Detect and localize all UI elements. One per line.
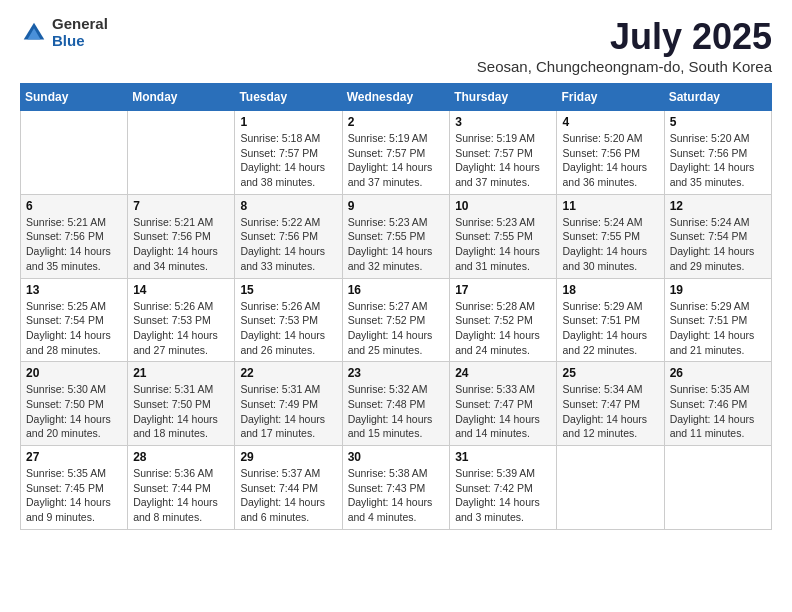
day-number: 3 [455,115,551,129]
day-number: 31 [455,450,551,464]
day-info: Sunrise: 5:21 AMSunset: 7:56 PMDaylight:… [26,215,122,274]
calendar-cell: 20Sunrise: 5:30 AMSunset: 7:50 PMDayligh… [21,362,128,446]
calendar-cell [557,446,664,530]
day-header-sunday: Sunday [21,84,128,111]
day-info: Sunrise: 5:19 AMSunset: 7:57 PMDaylight:… [455,131,551,190]
day-info: Sunrise: 5:38 AMSunset: 7:43 PMDaylight:… [348,466,445,525]
calendar-cell: 4Sunrise: 5:20 AMSunset: 7:56 PMDaylight… [557,111,664,195]
calendar-cell: 7Sunrise: 5:21 AMSunset: 7:56 PMDaylight… [128,194,235,278]
day-number: 22 [240,366,336,380]
day-number: 29 [240,450,336,464]
calendar-header-row: SundayMondayTuesdayWednesdayThursdayFrid… [21,84,772,111]
calendar-week-row: 20Sunrise: 5:30 AMSunset: 7:50 PMDayligh… [21,362,772,446]
day-number: 2 [348,115,445,129]
day-number: 8 [240,199,336,213]
location-subtitle: Seosan, Chungcheongnam-do, South Korea [477,58,772,75]
day-number: 26 [670,366,766,380]
day-info: Sunrise: 5:25 AMSunset: 7:54 PMDaylight:… [26,299,122,358]
day-info: Sunrise: 5:35 AMSunset: 7:45 PMDaylight:… [26,466,122,525]
day-info: Sunrise: 5:34 AMSunset: 7:47 PMDaylight:… [562,382,658,441]
day-info: Sunrise: 5:31 AMSunset: 7:49 PMDaylight:… [240,382,336,441]
calendar-cell: 17Sunrise: 5:28 AMSunset: 7:52 PMDayligh… [450,278,557,362]
day-header-tuesday: Tuesday [235,84,342,111]
month-title: July 2025 [477,16,772,58]
day-number: 14 [133,283,229,297]
calendar-cell: 23Sunrise: 5:32 AMSunset: 7:48 PMDayligh… [342,362,450,446]
day-info: Sunrise: 5:36 AMSunset: 7:44 PMDaylight:… [133,466,229,525]
calendar-cell: 2Sunrise: 5:19 AMSunset: 7:57 PMDaylight… [342,111,450,195]
day-info: Sunrise: 5:29 AMSunset: 7:51 PMDaylight:… [670,299,766,358]
day-info: Sunrise: 5:35 AMSunset: 7:46 PMDaylight:… [670,382,766,441]
calendar-cell: 9Sunrise: 5:23 AMSunset: 7:55 PMDaylight… [342,194,450,278]
logo-general: General [52,16,108,33]
calendar-week-row: 1Sunrise: 5:18 AMSunset: 7:57 PMDaylight… [21,111,772,195]
calendar-cell: 22Sunrise: 5:31 AMSunset: 7:49 PMDayligh… [235,362,342,446]
day-number: 18 [562,283,658,297]
day-info: Sunrise: 5:33 AMSunset: 7:47 PMDaylight:… [455,382,551,441]
day-info: Sunrise: 5:37 AMSunset: 7:44 PMDaylight:… [240,466,336,525]
calendar-cell: 18Sunrise: 5:29 AMSunset: 7:51 PMDayligh… [557,278,664,362]
calendar-table: SundayMondayTuesdayWednesdayThursdayFrid… [20,83,772,530]
calendar-cell: 10Sunrise: 5:23 AMSunset: 7:55 PMDayligh… [450,194,557,278]
day-number: 4 [562,115,658,129]
day-number: 12 [670,199,766,213]
day-info: Sunrise: 5:31 AMSunset: 7:50 PMDaylight:… [133,382,229,441]
calendar-week-row: 27Sunrise: 5:35 AMSunset: 7:45 PMDayligh… [21,446,772,530]
day-number: 30 [348,450,445,464]
day-number: 27 [26,450,122,464]
calendar-cell: 24Sunrise: 5:33 AMSunset: 7:47 PMDayligh… [450,362,557,446]
day-info: Sunrise: 5:26 AMSunset: 7:53 PMDaylight:… [133,299,229,358]
calendar-cell: 29Sunrise: 5:37 AMSunset: 7:44 PMDayligh… [235,446,342,530]
day-number: 9 [348,199,445,213]
day-info: Sunrise: 5:20 AMSunset: 7:56 PMDaylight:… [562,131,658,190]
calendar-cell: 6Sunrise: 5:21 AMSunset: 7:56 PMDaylight… [21,194,128,278]
calendar-cell: 3Sunrise: 5:19 AMSunset: 7:57 PMDaylight… [450,111,557,195]
calendar-cell: 13Sunrise: 5:25 AMSunset: 7:54 PMDayligh… [21,278,128,362]
day-info: Sunrise: 5:29 AMSunset: 7:51 PMDaylight:… [562,299,658,358]
day-number: 1 [240,115,336,129]
day-number: 6 [26,199,122,213]
day-number: 28 [133,450,229,464]
day-info: Sunrise: 5:26 AMSunset: 7:53 PMDaylight:… [240,299,336,358]
day-info: Sunrise: 5:28 AMSunset: 7:52 PMDaylight:… [455,299,551,358]
calendar-cell: 14Sunrise: 5:26 AMSunset: 7:53 PMDayligh… [128,278,235,362]
calendar-cell [21,111,128,195]
day-header-wednesday: Wednesday [342,84,450,111]
day-number: 7 [133,199,229,213]
day-info: Sunrise: 5:21 AMSunset: 7:56 PMDaylight:… [133,215,229,274]
day-number: 11 [562,199,658,213]
calendar-cell: 8Sunrise: 5:22 AMSunset: 7:56 PMDaylight… [235,194,342,278]
day-header-saturday: Saturday [664,84,771,111]
day-info: Sunrise: 5:32 AMSunset: 7:48 PMDaylight:… [348,382,445,441]
calendar-cell: 16Sunrise: 5:27 AMSunset: 7:52 PMDayligh… [342,278,450,362]
day-info: Sunrise: 5:20 AMSunset: 7:56 PMDaylight:… [670,131,766,190]
day-info: Sunrise: 5:23 AMSunset: 7:55 PMDaylight:… [348,215,445,274]
day-number: 17 [455,283,551,297]
day-info: Sunrise: 5:30 AMSunset: 7:50 PMDaylight:… [26,382,122,441]
day-number: 19 [670,283,766,297]
calendar-cell: 27Sunrise: 5:35 AMSunset: 7:45 PMDayligh… [21,446,128,530]
day-number: 21 [133,366,229,380]
day-header-monday: Monday [128,84,235,111]
calendar-cell: 30Sunrise: 5:38 AMSunset: 7:43 PMDayligh… [342,446,450,530]
logo: General Blue [20,16,108,49]
calendar-cell: 21Sunrise: 5:31 AMSunset: 7:50 PMDayligh… [128,362,235,446]
day-number: 24 [455,366,551,380]
day-info: Sunrise: 5:22 AMSunset: 7:56 PMDaylight:… [240,215,336,274]
calendar-cell: 5Sunrise: 5:20 AMSunset: 7:56 PMDaylight… [664,111,771,195]
day-number: 5 [670,115,766,129]
day-number: 25 [562,366,658,380]
day-header-friday: Friday [557,84,664,111]
calendar-cell: 26Sunrise: 5:35 AMSunset: 7:46 PMDayligh… [664,362,771,446]
calendar-cell: 11Sunrise: 5:24 AMSunset: 7:55 PMDayligh… [557,194,664,278]
calendar-cell: 1Sunrise: 5:18 AMSunset: 7:57 PMDaylight… [235,111,342,195]
calendar-cell: 25Sunrise: 5:34 AMSunset: 7:47 PMDayligh… [557,362,664,446]
calendar-cell: 31Sunrise: 5:39 AMSunset: 7:42 PMDayligh… [450,446,557,530]
calendar-cell [128,111,235,195]
day-info: Sunrise: 5:24 AMSunset: 7:55 PMDaylight:… [562,215,658,274]
day-info: Sunrise: 5:27 AMSunset: 7:52 PMDaylight:… [348,299,445,358]
day-info: Sunrise: 5:19 AMSunset: 7:57 PMDaylight:… [348,131,445,190]
day-number: 13 [26,283,122,297]
day-number: 15 [240,283,336,297]
calendar-cell: 15Sunrise: 5:26 AMSunset: 7:53 PMDayligh… [235,278,342,362]
